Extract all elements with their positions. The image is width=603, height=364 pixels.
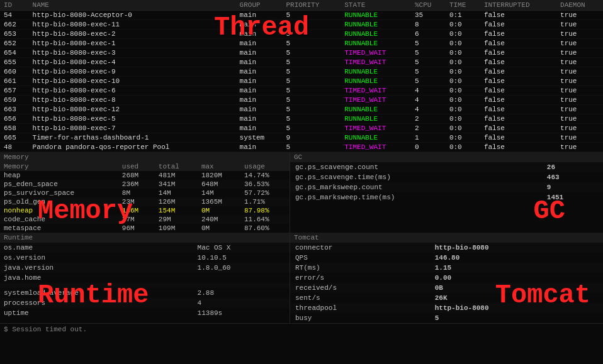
cell-daemon: true: [556, 114, 603, 124]
cell-cpu: 5: [411, 39, 446, 48]
mem-usage: 11.64%: [240, 215, 290, 224]
cell-group: main: [236, 48, 283, 58]
mem-usage: 1.71%: [240, 197, 290, 206]
cell-state: RUNNABLE: [341, 39, 411, 48]
table-row: 658 http-bio-8080-exec-7 main 5 TIMED_WA…: [0, 124, 603, 133]
cell-priority: 5: [282, 77, 341, 86]
table-row: 654 http-bio-8080-exec-3 main 5 TIMED_WA…: [0, 48, 603, 58]
cell-name: http-bio-8080-Acceptor-0: [29, 11, 236, 20]
cell-time: 0:0: [446, 105, 480, 114]
cell-priority: 5: [282, 58, 341, 67]
cell-priority: 5: [282, 48, 341, 58]
col-daemon: DAEMON: [556, 0, 603, 11]
cell-state: TIMED_WAIT: [341, 86, 411, 96]
runtime-panel: Runtime os.name Mac OS X os.version 10.1…: [0, 233, 290, 323]
cell-priority: 5: [282, 67, 341, 77]
cell-daemon: true: [556, 20, 603, 30]
cell-interrupted: false: [480, 86, 556, 96]
rt-key: os.version: [0, 253, 194, 263]
mem-used: 236M: [118, 180, 155, 189]
cell-cpu: 35: [411, 11, 446, 20]
mem-total: 29M: [155, 215, 198, 224]
cell-time: 0:1: [446, 11, 480, 20]
gc-val: 463: [542, 172, 603, 182]
table-row: 48 Pandora pandora-qos-reporter Pool mai…: [0, 143, 603, 152]
runtime-row: os.version 10.10.5: [0, 253, 290, 263]
gc-val: 9: [542, 182, 603, 192]
cell-cpu: 5: [411, 67, 446, 77]
cell-id: 655: [0, 58, 29, 67]
mem-max: 0M: [198, 224, 240, 233]
cell-interrupted: false: [480, 105, 556, 114]
cell-id: 656: [0, 114, 29, 124]
cell-interrupted: false: [480, 67, 556, 77]
cell-name: http-bio-8080-exec-3: [29, 48, 236, 58]
col-state: STATE: [341, 0, 411, 11]
tomcat-big-label: Tomcat: [495, 280, 590, 311]
cell-id: 665: [0, 133, 29, 143]
tomcat-key: threadpool: [290, 303, 430, 313]
cell-name: http-bio-8080-exec-12: [29, 105, 236, 114]
cell-time: 0:0: [446, 114, 480, 124]
col-cpu: %CPU: [411, 0, 446, 11]
tomcat-val: 146.80: [430, 253, 603, 263]
rt-val: 2.88: [194, 288, 290, 298]
cell-daemon: true: [556, 58, 603, 67]
cell-daemon: true: [556, 105, 603, 114]
tomcat-row: RT(ms) 1.15: [290, 263, 603, 273]
gc-key: gc.ps_marksweep.count: [290, 182, 542, 192]
cell-id: 658: [0, 124, 29, 133]
cell-priority: 5: [282, 114, 341, 124]
cell-group: system: [236, 133, 283, 143]
memory-row: ps_eden_space 236M 341M 648M 36.53%: [0, 180, 290, 189]
mem-col-usage: usage: [240, 162, 290, 171]
cell-name: http-bio-8080-exec-6: [29, 86, 236, 96]
tomcat-val: http-bio-8080: [430, 243, 603, 253]
cell-group: main: [236, 96, 283, 105]
cell-state: RUNNABLE: [341, 133, 411, 143]
table-row: 656 http-bio-8080-exec-5 main 5 RUNNABLE…: [0, 114, 603, 124]
session-line: $ Session timed out.: [0, 323, 603, 335]
cell-priority: 9: [282, 133, 341, 143]
memory-section-label: Memory: [0, 152, 290, 162]
cell-state: TIMED_WAIT: [341, 124, 411, 133]
memory-big-label: Memory: [38, 196, 133, 226]
cell-time: 0:0: [446, 58, 480, 67]
gc-row: gc.ps_scavenge.time(ms) 463: [290, 172, 603, 182]
col-priority: PRIORITY: [282, 0, 341, 11]
cell-id: 654: [0, 48, 29, 58]
mem-usage: 57.72%: [240, 189, 290, 197]
cell-cpu: 4: [411, 105, 446, 114]
tomcat-key: sent/s: [290, 293, 430, 303]
cell-interrupted: false: [480, 11, 556, 20]
cell-id: 660: [0, 67, 29, 77]
thread-section: Thread ID NAME GROUP PRIORITY STATE %CPU…: [0, 0, 603, 152]
runtime-row: java.version 1.8.0_60: [0, 263, 290, 273]
cell-name: http-bio-8080-exec-9: [29, 67, 236, 77]
rt-key: java.version: [0, 263, 194, 273]
cell-state: TIMED_WAIT: [341, 96, 411, 105]
cell-daemon: true: [556, 124, 603, 133]
table-row: 665 Timer-for-arthas-dashboard-1 system …: [0, 133, 603, 143]
gc-key: gc.ps_marksweep.time(ms): [290, 192, 542, 202]
cell-state: RUNNABLE: [341, 11, 411, 20]
tomcat-key: RT(ms): [290, 263, 430, 273]
thread-label: Thread: [214, 13, 309, 43]
tomcat-section-label: Tomcat: [290, 233, 603, 243]
cell-name: http-bio-8080-exec-10: [29, 77, 236, 86]
cell-group: main: [236, 58, 283, 67]
tomcat-row: busy 5: [290, 313, 603, 323]
rt-key: os.name: [0, 243, 194, 253]
cell-time: 0:0: [446, 48, 480, 58]
mem-usage: 87.98%: [240, 206, 290, 215]
cell-daemon: true: [556, 39, 603, 48]
cell-id: 48: [0, 143, 29, 152]
col-id: ID: [0, 0, 29, 11]
rt-val: 10.10.5: [194, 253, 290, 263]
cell-time: 0:0: [446, 77, 480, 86]
cell-interrupted: false: [480, 96, 556, 105]
tomcat-key: busy: [290, 313, 430, 323]
cell-group: main: [236, 77, 283, 86]
cell-name: http-bio-8080-exec-5: [29, 114, 236, 124]
gc-key: gc.ps_scavenge.count: [290, 162, 542, 172]
